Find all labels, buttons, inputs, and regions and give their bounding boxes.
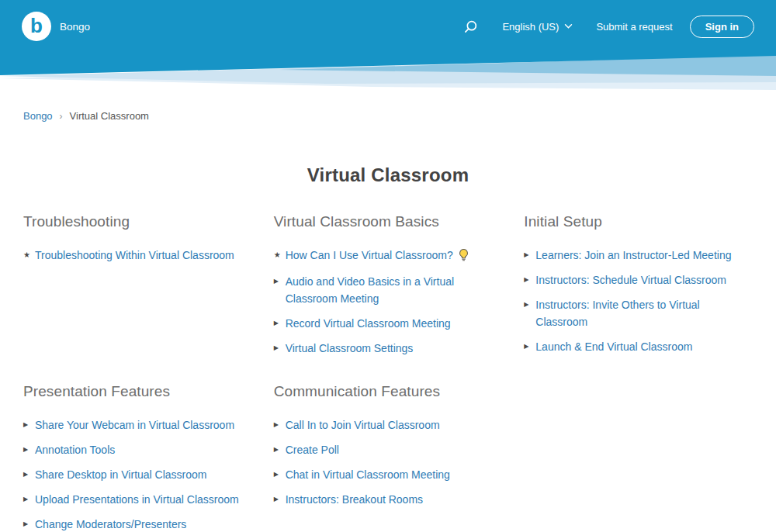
article-link[interactable]: Virtual Classroom Settings: [286, 342, 414, 354]
article-list: ▶ Share Your Webcam in Virtual Classroom…: [23, 416, 252, 532]
brand-home-link[interactable]: b Bongo: [22, 12, 90, 41]
section-title: Communication Features: [274, 383, 503, 400]
article-link[interactable]: Share Desktop in Virtual Classroom: [35, 468, 207, 481]
article-list: ★ Troubleshooting Within Virtual Classro…: [23, 247, 252, 264]
article-list-item: ▶ Share Your Webcam in Virtual Classroom: [23, 416, 252, 434]
article-triangle-icon: ▶: [274, 315, 286, 331]
header: b Bongo English (US) Submit a request Si…: [0, 0, 776, 53]
article-list: ▶ Learners: Join an Instructor-Led Meeti…: [524, 247, 753, 355]
article-list-item: ▶ Instructors: Invite Others to Virtual …: [524, 296, 753, 330]
section-title: Troubleshooting: [23, 213, 252, 230]
article-triangle-icon: ▶: [274, 340, 286, 356]
article-triangle-icon: ▶: [274, 441, 286, 458]
article-list-item: ▶ Instructors: Breakout Rooms: [274, 491, 503, 508]
article-link[interactable]: Troubleshooting Within Virtual Classroom: [35, 249, 234, 261]
article-list-item: ▶ Virtual Classroom Settings: [274, 340, 503, 357]
top-navigation: English (US) Submit a request Sign in: [462, 16, 754, 38]
article-list-item: ▶ Annotation Tools: [23, 441, 252, 458]
breadcrumb-separator-icon: ›: [60, 111, 63, 122]
category-section: Virtual Classroom Basics ★ How Can I Use…: [274, 213, 503, 364]
section-title: Initial Setup: [524, 213, 753, 230]
sign-in-button[interactable]: Sign in: [690, 16, 754, 38]
article-list-item: ▶ Chat in Virtual Classroom Meeting: [274, 466, 503, 483]
promoted-star-icon: ★: [274, 247, 286, 263]
bongo-logo-icon: b: [22, 12, 51, 41]
category-section: Initial Setup ▶ Learners: Join an Instru…: [524, 213, 753, 364]
breadcrumb-current: Virtual Classroom: [70, 110, 149, 122]
article-link[interactable]: Record Virtual Classroom Meeting: [286, 317, 451, 330]
article-list: ▶ Call In to Join Virtual Classroom ▶ Cr…: [274, 416, 503, 508]
article-link[interactable]: Instructors: Schedule Virtual Classroom: [535, 274, 726, 286]
article-list-item: ★ How Can I Use Virtual Classroom?: [274, 247, 503, 265]
search-icon: [463, 19, 479, 34]
section-title: Virtual Classroom Basics: [274, 213, 503, 230]
language-selector[interactable]: English (US): [502, 21, 573, 33]
article-link[interactable]: Audio and Video Basics in a Virtual Clas…: [286, 275, 454, 305]
breadcrumb-home-link[interactable]: Bongo: [23, 110, 53, 122]
article-list: ★ How Can I Use Virtual Classroom? ▶ Aud…: [274, 247, 503, 357]
article-triangle-icon: ▶: [524, 296, 535, 313]
article-list-item: ▶ Record Virtual Classroom Meeting: [274, 315, 503, 332]
sections-grid: Troubleshooting ★ Troubleshooting Within…: [23, 213, 753, 532]
article-link[interactable]: Call In to Join Virtual Classroom: [286, 419, 440, 431]
lightbulb-icon: [457, 248, 470, 265]
category-section: Troubleshooting ★ Troubleshooting Within…: [23, 213, 252, 364]
header-wave-decoration: [0, 53, 776, 97]
article-link[interactable]: How Can I Use Virtual Classroom?: [286, 249, 453, 261]
article-list-item: ★ Troubleshooting Within Virtual Classro…: [23, 247, 252, 264]
article-triangle-icon: ▶: [23, 441, 35, 458]
article-list-item: ▶ Launch & End Virtual Classroom: [524, 338, 753, 355]
article-link[interactable]: Annotation Tools: [35, 444, 115, 456]
breadcrumb: Bongo › Virtual Classroom: [23, 110, 753, 122]
article-list-item: ▶ Call In to Join Virtual Classroom: [274, 416, 503, 434]
article-link[interactable]: Instructors: Breakout Rooms: [286, 493, 423, 506]
article-list-item: ▶ Learners: Join an Instructor-Led Meeti…: [524, 247, 753, 264]
article-triangle-icon: ▶: [274, 491, 286, 507]
logo-letter: b: [30, 16, 43, 36]
article-list-item: ▶ Instructors: Schedule Virtual Classroo…: [524, 271, 753, 288]
section-title: Presentation Features: [23, 383, 252, 400]
brand-name: Bongo: [60, 21, 90, 33]
chevron-down-icon: [564, 23, 573, 29]
submit-request-link[interactable]: Submit a request: [596, 21, 672, 33]
article-link[interactable]: Share Your Webcam in Virtual Classroom: [35, 419, 234, 431]
article-triangle-icon: ▶: [274, 273, 286, 289]
article-triangle-icon: ▶: [524, 271, 535, 288]
article-link[interactable]: Chat in Virtual Classroom Meeting: [286, 468, 450, 481]
article-list-item: ▶ Change Moderators/Presenters: [23, 516, 252, 532]
article-triangle-icon: ▶: [524, 247, 535, 263]
article-list-item: ▶ Share Desktop in Virtual Classroom: [23, 466, 252, 483]
article-triangle-icon: ▶: [23, 516, 35, 532]
article-triangle-icon: ▶: [23, 416, 35, 433]
article-list-item: ▶ Audio and Video Basics in a Virtual Cl…: [274, 273, 503, 307]
article-link[interactable]: Change Moderators/Presenters: [35, 518, 186, 530]
article-link[interactable]: Launch & End Virtual Classroom: [535, 340, 692, 353]
article-link[interactable]: Create Poll: [286, 444, 339, 456]
article-triangle-icon: ▶: [274, 416, 286, 433]
article-triangle-icon: ▶: [23, 491, 35, 507]
article-triangle-icon: ▶: [23, 466, 35, 482]
promoted-star-icon: ★: [23, 247, 35, 263]
article-list-item: ▶ Create Poll: [274, 441, 503, 458]
language-label: English (US): [502, 21, 559, 33]
article-triangle-icon: ▶: [524, 338, 535, 354]
article-triangle-icon: ▶: [274, 466, 286, 482]
article-link[interactable]: Learners: Join an Instructor-Led Meeting: [535, 249, 731, 261]
category-section: Communication Features ▶ Call In to Join…: [274, 383, 503, 532]
article-link[interactable]: Instructors: Invite Others to Virtual Cl…: [535, 299, 699, 328]
search-button[interactable]: [462, 17, 480, 36]
article-list-item: ▶ Upload Presentations in Virtual Classr…: [23, 491, 252, 508]
category-section: Presentation Features ▶ Share Your Webca…: [23, 383, 252, 532]
page-title: Virtual Classroom: [0, 164, 776, 186]
article-link[interactable]: Upload Presentations in Virtual Classroo…: [35, 493, 239, 506]
